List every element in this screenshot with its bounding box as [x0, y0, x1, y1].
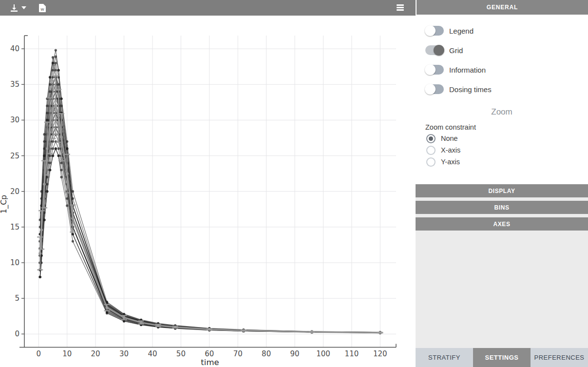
zoom-constraint-none[interactable]: None	[426, 133, 588, 144]
svg-text:1_Cp: 1_Cp	[0, 195, 9, 213]
panel-body: LegendGridInformationDosing times Zoom Z…	[416, 15, 588, 184]
grid-toggle[interactable]	[425, 45, 444, 55]
radio-button[interactable]	[426, 134, 436, 143]
toggle-group: LegendGridInformationDosing times	[416, 15, 588, 99]
svg-text:30: 30	[10, 116, 19, 124]
word-export-icon[interactable]: w	[39, 4, 46, 12]
caret-down-icon[interactable]	[21, 6, 26, 9]
toggle-label: Legend	[449, 27, 474, 35]
bottom-tabs: STRATIFYSETTINGSPREFERENCES	[416, 348, 588, 367]
svg-text:80: 80	[262, 349, 271, 358]
zoom-section-title: Zoom	[416, 107, 588, 117]
pk-spaghetti-chart[interactable]: 0510152025303540010203040506070809010011…	[0, 0, 416, 367]
zoom-constraint-y-axis[interactable]: Y-axis	[426, 156, 588, 168]
radio-label: X-axis	[441, 146, 460, 154]
svg-text:110: 110	[345, 349, 359, 358]
svg-text:50: 50	[176, 349, 186, 358]
section-headers: DISPLAYBINSAXES	[416, 184, 588, 348]
tab-settings[interactable]: SETTINGS	[473, 348, 531, 367]
hamburger-menu-icon[interactable]	[397, 4, 404, 11]
svg-text:5: 5	[15, 294, 19, 303]
svg-text:15: 15	[10, 223, 19, 232]
svg-text:20: 20	[10, 187, 19, 196]
svg-text:40: 40	[148, 349, 157, 358]
toggle-knob	[425, 25, 436, 36]
section-axes[interactable]: AXES	[416, 217, 588, 231]
radio-button[interactable]	[426, 146, 436, 155]
svg-text:100: 100	[316, 349, 330, 358]
radio-label: Y-axis	[441, 158, 460, 166]
svg-text:time: time	[201, 358, 219, 367]
toggle-row-information[interactable]: Information	[425, 60, 588, 79]
tab-preferences[interactable]: PREFERENCES	[531, 348, 588, 367]
zoom-constraint-options: NoneX-axisY-axis	[426, 133, 588, 168]
tab-stratify[interactable]: STRATIFY	[416, 348, 473, 367]
word-letter: w	[40, 7, 44, 12]
svg-text:60: 60	[205, 349, 214, 358]
svg-text:120: 120	[373, 349, 387, 358]
svg-text:25: 25	[10, 152, 19, 160]
radio-dot	[429, 136, 433, 141]
toggle-label: Dosing times	[449, 85, 492, 94]
radio-button[interactable]	[426, 157, 436, 167]
legend-toggle[interactable]	[425, 26, 444, 36]
svg-text:70: 70	[233, 349, 243, 358]
toggle-label: Information	[449, 66, 486, 74]
toggle-row-dosing-times[interactable]: Dosing times	[425, 79, 588, 99]
svg-text:0: 0	[37, 349, 41, 358]
settings-panel: GENERAL LegendGridInformationDosing time…	[416, 0, 588, 367]
information-toggle[interactable]	[425, 65, 444, 75]
toggle-knob	[434, 45, 444, 56]
svg-text:40: 40	[10, 44, 19, 53]
toggle-knob	[425, 84, 436, 95]
toggle-label: Grid	[449, 46, 463, 55]
dosing-times-toggle[interactable]	[425, 84, 444, 94]
zoom-constraint-label: Zoom constraint	[425, 123, 588, 131]
section-display[interactable]: DISPLAY	[416, 184, 588, 197]
svg-text:10: 10	[10, 258, 19, 267]
svg-text:30: 30	[119, 349, 129, 358]
page-fold	[43, 4, 46, 6]
app-window: 0510152025303540010203040506070809010011…	[0, 0, 588, 367]
toggle-row-legend[interactable]: Legend	[425, 21, 588, 40]
section-bins[interactable]: BINS	[416, 201, 588, 214]
svg-text:0: 0	[15, 329, 19, 338]
panel-header-general[interactable]: GENERAL	[416, 0, 588, 15]
radio-label: None	[441, 135, 458, 142]
svg-text:90: 90	[290, 349, 300, 358]
svg-text:10: 10	[62, 349, 72, 358]
zoom-constraint-x-axis[interactable]: X-axis	[426, 144, 588, 156]
download-icon[interactable]	[10, 4, 19, 12]
toggle-row-grid[interactable]: Grid	[425, 40, 588, 60]
svg-text:20: 20	[91, 349, 100, 358]
top-toolbar: w	[0, 0, 416, 16]
svg-text:35: 35	[10, 80, 19, 89]
toggle-knob	[425, 64, 436, 75]
